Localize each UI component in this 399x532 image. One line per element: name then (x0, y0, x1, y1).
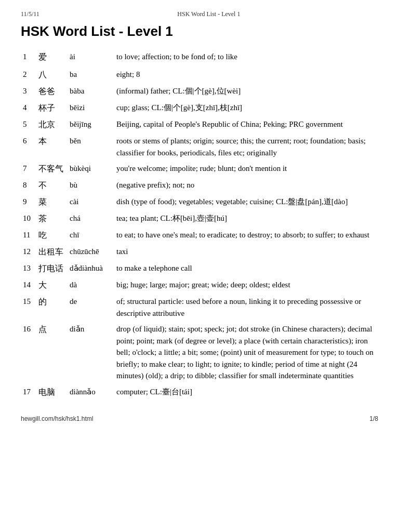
table-row: 11 吃 chī to eat; to have one's meal; to … (21, 226, 378, 243)
word-chinese: 八 (36, 65, 68, 82)
word-chinese: 的 (36, 292, 68, 320)
word-pinyin: de (68, 292, 114, 320)
word-chinese: 茶 (36, 209, 68, 226)
word-pinyin: diǎn (68, 320, 114, 383)
word-definition: dish (type of food); vegetables; vegetab… (114, 193, 378, 209)
word-definition: eight; 8 (114, 65, 378, 82)
table-row: 15 的 de of; structural particle: used be… (21, 292, 378, 320)
table-row: 12 出租车 chūzūchē taxi (21, 243, 378, 259)
word-definition: tea; tea plant; CL:杯[bēi],壺|壶[hú] (114, 209, 378, 226)
word-pinyin: ài (68, 49, 114, 65)
word-chinese: 北京 (36, 115, 68, 132)
word-number: 7 (21, 159, 36, 176)
word-number: 16 (21, 320, 36, 383)
word-definition: to make a telephone call (114, 259, 378, 276)
word-chinese: 电脑 (36, 383, 68, 400)
browser-tab-title: HSK Word List - Level 1 (177, 10, 240, 18)
table-row: 3 爸爸 bàba (informal) father; CL:個|个[gè],… (21, 82, 378, 99)
word-definition: roots or stems of plants; origin; source… (114, 132, 378, 159)
footer-page-num: 1/8 (369, 415, 378, 422)
word-chinese: 爱 (36, 49, 68, 65)
browser-date: 11/5/11 (21, 10, 39, 18)
word-list-table: 1 爱 ài to love; affection; to be fond of… (21, 49, 378, 400)
word-chinese: 打电话 (36, 259, 68, 276)
word-definition: you're welcome; impolite; rude; blunt; d… (114, 159, 378, 176)
footer-url: hewgill.com/hsk/hsk1.html (21, 415, 93, 422)
word-chinese: 本 (36, 132, 68, 159)
word-number: 13 (21, 259, 36, 276)
word-pinyin: diànnǎo (68, 383, 114, 400)
word-pinyin: bù (68, 176, 114, 193)
word-pinyin: běn (68, 132, 114, 159)
word-chinese: 不客气 (36, 159, 68, 176)
word-pinyin: chūzūchē (68, 243, 114, 259)
word-pinyin: bùkèqi (68, 159, 114, 176)
word-pinyin: bēizi (68, 99, 114, 115)
word-chinese: 不 (36, 176, 68, 193)
word-definition: (informal) father; CL:個|个[gè],位[wèi] (114, 82, 378, 99)
word-pinyin: ba (68, 65, 114, 82)
word-number: 9 (21, 193, 36, 209)
table-row: 10 茶 chá tea; tea plant; CL:杯[bēi],壺|壶[h… (21, 209, 378, 226)
word-definition: of; structural particle: used before a n… (114, 292, 378, 320)
word-number: 11 (21, 226, 36, 243)
table-row: 14 大 dà big; huge; large; major; great; … (21, 276, 378, 292)
word-pinyin: cài (68, 193, 114, 209)
word-definition: computer; CL:臺|台[tái] (114, 383, 378, 400)
table-row: 13 打电话 dǎdiànhuà to make a telephone cal… (21, 259, 378, 276)
word-number: 2 (21, 65, 36, 82)
word-number: 17 (21, 383, 36, 400)
table-row: 9 菜 cài dish (type of food); vegetables;… (21, 193, 378, 209)
word-pinyin: chī (68, 226, 114, 243)
word-number: 1 (21, 49, 36, 65)
browser-bar: 11/5/11 HSK Word List - Level 1 (21, 10, 378, 18)
word-definition: to eat; to have one's meal; to eradicate… (114, 226, 378, 243)
word-definition: taxi (114, 243, 378, 259)
word-number: 6 (21, 132, 36, 159)
word-pinyin: chá (68, 209, 114, 226)
table-row: 6 本 běn roots or stems of plants; origin… (21, 132, 378, 159)
word-chinese: 吃 (36, 226, 68, 243)
word-pinyin: běijīng (68, 115, 114, 132)
word-number: 4 (21, 99, 36, 115)
word-chinese: 杯子 (36, 99, 68, 115)
table-row: 2 八 ba eight; 8 (21, 65, 378, 82)
table-row: 5 北京 běijīng Beijing, capital of People'… (21, 115, 378, 132)
word-number: 5 (21, 115, 36, 132)
word-chinese: 菜 (36, 193, 68, 209)
word-pinyin: dà (68, 276, 114, 292)
word-definition: to love; affection; to be fond of; to li… (114, 49, 378, 65)
word-definition: big; huge; large; major; great; wide; de… (114, 276, 378, 292)
table-row: 4 杯子 bēizi cup; glass; CL:個|个[gè],支[zhī]… (21, 99, 378, 115)
word-chinese: 爸爸 (36, 82, 68, 99)
word-pinyin: dǎdiànhuà (68, 259, 114, 276)
word-definition: cup; glass; CL:個|个[gè],支[zhī],枝[zhī] (114, 99, 378, 115)
word-definition: Beijing, capital of People's Republic of… (114, 115, 378, 132)
word-chinese: 出租车 (36, 243, 68, 259)
table-row: 1 爱 ài to love; affection; to be fond of… (21, 49, 378, 65)
word-definition: drop (of liquid); stain; spot; speck; jo… (114, 320, 378, 383)
table-row: 17 电脑 diànnǎo computer; CL:臺|台[tái] (21, 383, 378, 400)
table-row: 8 不 bù (negative prefix); not; no (21, 176, 378, 193)
table-row: 16 点 diǎn drop (of liquid); stain; spot;… (21, 320, 378, 383)
word-chinese: 大 (36, 276, 68, 292)
word-number: 15 (21, 292, 36, 320)
word-number: 3 (21, 82, 36, 99)
word-number: 14 (21, 276, 36, 292)
word-definition: (negative prefix); not; no (114, 176, 378, 193)
word-pinyin: bàba (68, 82, 114, 99)
word-number: 10 (21, 209, 36, 226)
table-row: 7 不客气 bùkèqi you're welcome; impolite; r… (21, 159, 378, 176)
word-chinese: 点 (36, 320, 68, 383)
footer: hewgill.com/hsk/hsk1.html 1/8 (21, 415, 378, 422)
word-number: 8 (21, 176, 36, 193)
page-title: HSK Word List - Level 1 (21, 23, 378, 39)
word-number: 12 (21, 243, 36, 259)
